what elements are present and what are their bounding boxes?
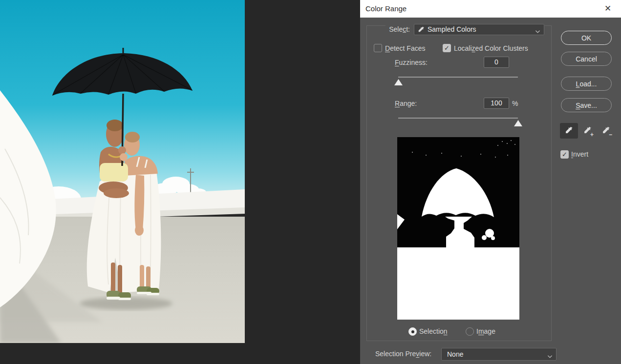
- select-label: Select:: [385, 25, 410, 33]
- range-label: Range:: [395, 100, 417, 107]
- dialog-titlebar[interactable]: Color Range ✕: [360, 0, 621, 18]
- select-row: Select: Sampled Colors: [385, 21, 545, 37]
- selection-preview-value: None: [447, 350, 556, 358]
- eyedropper-add-button[interactable]: +: [578, 123, 597, 139]
- check-icon: ✓: [444, 44, 450, 52]
- detect-faces-checkbox[interactable]: [374, 44, 382, 52]
- range-unit: %: [512, 100, 518, 107]
- ok-button[interactable]: OK: [561, 31, 612, 45]
- localized-color-clusters-checkbox[interactable]: ✓: [443, 44, 451, 52]
- range-input[interactable]: 100: [484, 98, 509, 109]
- cancel-button[interactable]: Cancel: [561, 52, 612, 66]
- color-range-dialog: Color Range ✕ Select: Sampled Colors Det…: [360, 0, 621, 364]
- image-radio-label: Image: [476, 327, 495, 335]
- invert-label: Invert: [571, 150, 588, 158]
- photo-illustration: [0, 0, 245, 343]
- selection-preview-dropdown[interactable]: None: [441, 348, 557, 361]
- save-button[interactable]: Save...: [561, 98, 612, 112]
- chevron-down-icon: [535, 27, 540, 35]
- select-dropdown-value: Sampled Colors: [428, 25, 544, 33]
- eyedropper-subtract-button[interactable]: −: [597, 123, 615, 139]
- eyedropper-icon: [418, 26, 425, 33]
- image-radio[interactable]: [466, 327, 474, 336]
- selection-radio-label: Selection: [419, 327, 448, 335]
- chevron-down-icon: [547, 352, 553, 360]
- detect-faces-label: Detect Faces: [385, 44, 426, 52]
- check-icon: ✓: [562, 151, 567, 158]
- invert-checkbox[interactable]: ✓: [560, 150, 569, 159]
- load-button[interactable]: Load...: [561, 77, 612, 91]
- eyedropper-icon: [565, 126, 573, 136]
- close-icon[interactable]: ✕: [601, 2, 614, 15]
- fuzziness-input[interactable]: 0: [484, 57, 509, 68]
- localized-color-clusters-label: Localized Color Clusters: [454, 44, 528, 52]
- selection-mask-preview[interactable]: [397, 137, 519, 320]
- eyedropper-sample-button[interactable]: [560, 123, 578, 139]
- document-canvas-image[interactable]: [0, 0, 245, 343]
- dialog-title: Color Range: [365, 4, 407, 13]
- selection-preview-label: Selection Preview:: [375, 350, 431, 358]
- selection-radio[interactable]: [408, 327, 417, 336]
- fuzziness-label: Fuzziness:: [395, 59, 428, 66]
- select-dropdown[interactable]: Sampled Colors: [414, 24, 544, 35]
- range-slider-track[interactable]: [398, 118, 518, 119]
- fuzziness-slider-track[interactable]: [398, 77, 518, 78]
